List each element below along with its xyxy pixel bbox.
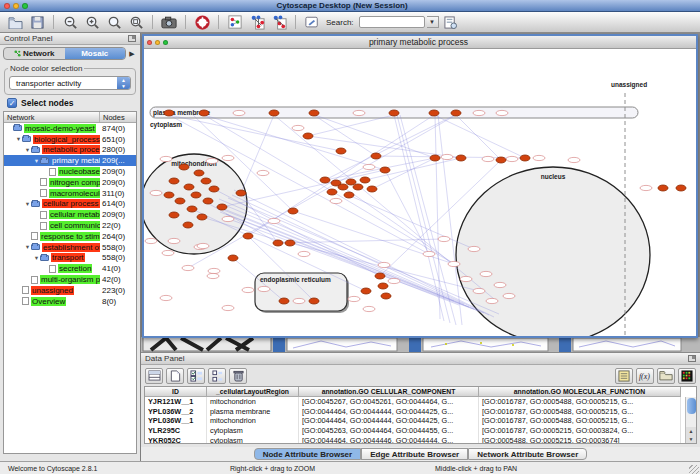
network-canvas[interactable]: plasma membranecytoplasmmitochondrionnuc… xyxy=(144,49,696,336)
network-overview-icon[interactable] xyxy=(225,14,245,31)
table-column-header[interactable]: annotation.GO CELLULAR_COMPONENT xyxy=(299,387,479,397)
zoom-out-icon[interactable] xyxy=(60,14,80,31)
tab-edge-attribute-browser[interactable]: Edge Attribute Browser xyxy=(361,448,468,460)
tree-column-nodes[interactable]: Nodes xyxy=(100,112,136,122)
graph-node[interactable] xyxy=(430,155,440,161)
graph-node[interactable] xyxy=(309,110,319,116)
tab-mosaic[interactable]: Mosaic xyxy=(65,48,126,59)
tree-row[interactable]: mosaic-demo-yeast874(0) xyxy=(4,123,136,134)
graph-node[interactable] xyxy=(288,208,298,214)
tree-expander-icon[interactable]: ▼ xyxy=(24,201,31,207)
unselect-attributes-icon[interactable] xyxy=(208,368,226,384)
select-nodes-checkbox[interactable] xyxy=(7,98,17,108)
graph-node[interactable] xyxy=(279,298,289,304)
tab-network-attribute-browser[interactable]: Network Attribute Browser xyxy=(468,448,587,460)
save-icon[interactable] xyxy=(27,14,47,31)
tree-expander-icon[interactable]: ▼ xyxy=(15,136,22,142)
graph-node[interactable] xyxy=(303,133,313,139)
graph-node[interactable] xyxy=(344,192,354,198)
graph-node[interactable] xyxy=(338,184,348,190)
zoom-selected-icon[interactable] xyxy=(126,14,146,31)
view-minimize-button[interactable] xyxy=(155,40,160,45)
layout-b-icon[interactable] xyxy=(269,14,289,31)
graph-node[interactable] xyxy=(243,233,253,239)
tree-row[interactable]: ▼metabolic process280(0) xyxy=(4,145,136,156)
graph-node[interactable] xyxy=(209,186,219,192)
annotation-icon[interactable] xyxy=(302,14,322,31)
graph-node[interactable] xyxy=(327,189,337,195)
graph-node[interactable] xyxy=(658,185,668,191)
graph-node[interactable] xyxy=(183,222,193,228)
tree-expander-icon[interactable]: ▼ xyxy=(24,147,31,153)
resize-grip[interactable] xyxy=(689,465,699,474)
graph-node[interactable] xyxy=(456,155,466,161)
graph-node[interactable] xyxy=(429,110,439,116)
tree-expander-icon[interactable]: ▼ xyxy=(33,158,40,164)
zoom-in-icon[interactable] xyxy=(82,14,102,31)
graph-node[interactable] xyxy=(203,198,213,204)
graph-node[interactable] xyxy=(269,110,279,116)
graph-node[interactable] xyxy=(676,185,686,191)
tree-row[interactable]: ▼transport558(0) xyxy=(4,253,136,264)
tree-row[interactable]: ▼establishment of lo558(0) xyxy=(4,242,136,253)
graph-node[interactable] xyxy=(496,157,506,163)
graph-node[interactable] xyxy=(184,184,194,190)
graph-node[interactable] xyxy=(353,184,363,190)
graph-node[interactable] xyxy=(217,204,227,210)
heatmap-icon[interactable] xyxy=(678,368,696,384)
graph-node[interactable] xyxy=(197,214,207,220)
graph-node[interactable] xyxy=(389,110,399,116)
graph-node[interactable] xyxy=(361,288,371,294)
import-attributes-icon[interactable] xyxy=(657,368,675,384)
tab-overflow-icon[interactable]: ▶ xyxy=(127,47,137,60)
graph-node[interactable] xyxy=(380,167,390,173)
table-row[interactable]: YJR121W__1mitochondrion[GO:0045267, GO:0… xyxy=(145,397,696,407)
attribute-list-icon[interactable] xyxy=(615,368,633,384)
graph-node[interactable] xyxy=(336,148,346,154)
graph-node[interactable] xyxy=(187,206,197,212)
graph-node[interactable] xyxy=(451,110,461,116)
graph-node[interactable] xyxy=(201,178,211,184)
tree-row[interactable]: ▼cellular process614(0) xyxy=(4,199,136,210)
layout-a-icon[interactable] xyxy=(247,14,267,31)
table-row[interactable]: YKR052Ccytoplasm[GO:0044464, GO:0044446,… xyxy=(145,436,696,444)
node-color-dropdown[interactable]: transporter activity ▲▼ xyxy=(9,76,131,90)
function-builder-icon[interactable]: f(x) xyxy=(636,368,654,384)
graph-node[interactable] xyxy=(191,192,201,198)
graph-node[interactable] xyxy=(228,255,238,261)
search-input[interactable] xyxy=(359,16,425,28)
graph-node[interactable] xyxy=(375,273,385,279)
table-row[interactable]: YPL036W__2plasma membrane[GO:0044464, GO… xyxy=(145,407,696,417)
graph-node[interactable] xyxy=(179,164,189,170)
tree-row[interactable]: unassigned223(0) xyxy=(4,285,136,296)
tree-row[interactable]: secretion41(0) xyxy=(4,263,136,274)
graph-node[interactable] xyxy=(236,190,246,196)
graph-node[interactable] xyxy=(309,298,319,304)
tree-column-network[interactable]: Network xyxy=(4,112,100,122)
network-view-titlebar[interactable]: primary metabolic process xyxy=(144,36,696,49)
graph-node[interactable] xyxy=(169,212,179,218)
graph-node[interactable] xyxy=(164,192,174,198)
filter-icon[interactable] xyxy=(441,14,461,31)
tree-row[interactable]: macromolecule311(0) xyxy=(4,188,136,199)
table-column-header[interactable]: annotation.GO MOLECULAR_FUNCTION xyxy=(479,387,681,397)
new-attribute-icon[interactable] xyxy=(166,368,184,384)
select-attributes-icon[interactable] xyxy=(187,368,205,384)
attribute-matrix-icon[interactable] xyxy=(145,368,163,384)
tree-expander-icon[interactable]: ▼ xyxy=(33,255,40,261)
graph-node[interactable] xyxy=(164,110,174,116)
tab-node-attribute-browser[interactable]: Node Attribute Browser xyxy=(254,448,362,460)
graph-node[interactable] xyxy=(520,155,530,161)
tab-network[interactable]: Network xyxy=(4,48,65,59)
delete-attribute-icon[interactable] xyxy=(229,368,247,384)
tree-expander-icon[interactable]: ▼ xyxy=(24,244,31,250)
graph-node[interactable] xyxy=(367,186,377,192)
graph-node[interactable] xyxy=(285,240,295,246)
snapshot-icon[interactable] xyxy=(159,14,179,31)
help-icon[interactable] xyxy=(192,14,212,31)
minimize-window-button[interactable] xyxy=(13,3,19,9)
search-dropdown-icon[interactable]: ▼ xyxy=(427,16,439,28)
tree-row[interactable]: cell communicat22(0) xyxy=(4,220,136,231)
graph-node[interactable] xyxy=(371,153,381,159)
graph-node[interactable] xyxy=(346,179,356,185)
